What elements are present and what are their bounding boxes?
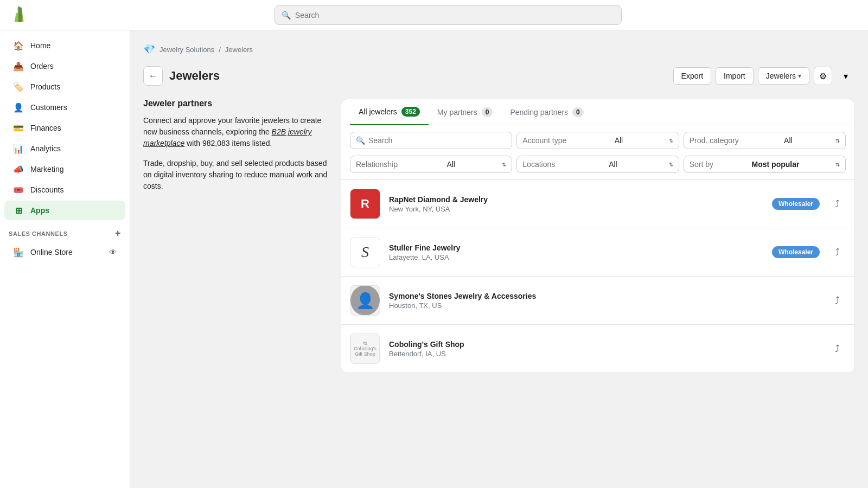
- main-content: 💎 Jewelry Solutions / Jewelers ← Jeweler…: [130, 30, 868, 488]
- jeweler-action-button[interactable]: ⤴: [828, 292, 846, 309]
- left-panel-paragraph1: Connect and approve your favorite jewele…: [143, 115, 328, 149]
- tab-all[interactable]: All jewelers 352: [350, 99, 429, 125]
- eye-icon: 👁: [109, 248, 117, 256]
- relationship-filter[interactable]: Relationship All ⇅: [350, 156, 512, 173]
- jeweler-action-button[interactable]: ⤴: [828, 243, 846, 261]
- jeweler-item[interactable]: S Stuller Fine Jewelry Lafayette, LA, US…: [341, 228, 854, 277]
- analytics-icon: 📊: [13, 143, 24, 154]
- sidebar-item-label: Home: [30, 41, 50, 50]
- sidebar-item-apps[interactable]: ⊞ Apps: [4, 201, 125, 220]
- discounts-icon: 🎟️: [13, 184, 24, 195]
- jeweler-location: New York, NY, USA: [389, 205, 763, 213]
- jeweler-item[interactable]: 👤 Symone's Stones Jewelry & Accessories …: [341, 277, 854, 325]
- sidebar-item-label: Finances: [30, 124, 61, 132]
- sidebar-item-label: Apps: [30, 206, 49, 215]
- tab-label: All jewelers: [359, 107, 397, 116]
- breadcrumb-parent[interactable]: Jewelry Solutions: [159, 46, 214, 54]
- sidebar-item-label: Analytics: [30, 144, 61, 153]
- sales-channels-section: SALES CHANNELS +: [0, 221, 130, 241]
- breadcrumb: 💎 Jewelry Solutions / Jewelers: [143, 43, 855, 55]
- tab-badge: 0: [482, 107, 493, 117]
- account-type-filter[interactable]: Account type All ⇅: [516, 132, 679, 149]
- jeweler-info: Coboling's Gift Shop Bettendorf, IA, US: [389, 340, 820, 358]
- import-button[interactable]: Import: [716, 67, 754, 85]
- jeweler-item[interactable]: 🛍Coboling's Gift Shop Coboling's Gift Sh…: [341, 325, 854, 373]
- jeweler-action-button[interactable]: ⤴: [828, 340, 846, 357]
- jeweler-logo: R: [350, 189, 380, 219]
- topbar-search-input[interactable]: [295, 11, 615, 20]
- jeweler-list: R RapNet Diamond & Jewelry New York, NY,…: [341, 179, 854, 373]
- sidebar: 🏠 Home 📥 Orders 🏷️ Products 👤 Customers …: [0, 30, 130, 488]
- breadcrumb-icon: 💎: [143, 43, 155, 55]
- tab-label: Pending partners: [510, 108, 568, 117]
- topbar-search-box[interactable]: 🔍: [275, 5, 622, 25]
- jeweler-logo: S: [350, 237, 380, 267]
- jeweler-item[interactable]: R RapNet Diamond & Jewelry New York, NY,…: [341, 180, 854, 228]
- breadcrumb-current: Jewelers: [225, 46, 253, 54]
- avatar-logo-icon: 👤: [350, 285, 380, 316]
- rapnet-logo-icon: R: [350, 189, 380, 219]
- export-button[interactable]: Export: [673, 67, 711, 85]
- products-icon: 🏷️: [13, 81, 24, 92]
- home-icon: 🏠: [13, 40, 24, 51]
- more-options-button[interactable]: ▾: [837, 67, 855, 85]
- relationship-label: Relationship: [356, 160, 398, 169]
- sort-by-filter[interactable]: Sort by Most popular ⇅: [684, 156, 846, 173]
- search-filter-icon: 🔍: [356, 136, 365, 145]
- jeweler-action-button[interactable]: ⤴: [828, 195, 846, 213]
- right-panel: All jewelers 352 My partners 0 Pending p…: [341, 99, 855, 373]
- sidebar-item-online-store[interactable]: 🏪 Online Store 👁: [4, 242, 125, 262]
- account-type-label: Account type: [522, 136, 566, 145]
- gear-icon: ⚙: [819, 71, 827, 81]
- topbar: 🔍: [0, 0, 868, 30]
- tab-pending[interactable]: Pending partners 0: [501, 99, 592, 125]
- page-header-actions: Export Import Jewelers ▾ ⚙ ▾: [673, 67, 855, 85]
- sidebar-item-orders[interactable]: 📥 Orders: [4, 56, 125, 76]
- search-filter[interactable]: 🔍: [350, 132, 512, 149]
- locations-value: All: [609, 160, 617, 169]
- customers-icon: 👤: [13, 102, 24, 113]
- chevron-down-icon: ▾: [798, 72, 801, 80]
- sidebar-item-discounts[interactable]: 🎟️ Discounts: [4, 180, 125, 200]
- stuller-logo-icon: S: [350, 237, 380, 267]
- sidebar-item-label: Discounts: [30, 185, 63, 194]
- back-button[interactable]: ←: [143, 66, 163, 86]
- tab-badge: 0: [572, 107, 584, 117]
- prod-category-arrow: ⇅: [835, 138, 840, 144]
- jeweler-logo: 🛍Coboling's Gift Shop: [350, 333, 380, 364]
- jeweler-info: Stuller Fine Jewelry Lafayette, LA, USA: [389, 243, 763, 261]
- tab-badge: 352: [401, 107, 420, 117]
- tab-label: My partners: [437, 108, 477, 117]
- settings-button[interactable]: ⚙: [814, 67, 832, 85]
- prod-category-filter[interactable]: Prod. category All ⇅: [684, 132, 846, 149]
- search-filter-input[interactable]: [368, 136, 506, 145]
- left-panel-heading: Jeweler partners: [143, 99, 328, 108]
- locations-filter[interactable]: Locations All ⇅: [516, 156, 679, 173]
- prod-category-value: All: [784, 136, 793, 145]
- jeweler-name: Symone's Stones Jewelry & Accessories: [389, 292, 820, 300]
- sidebar-item-products[interactable]: 🏷️ Products: [4, 77, 125, 97]
- jeweler-info: RapNet Diamond & Jewelry New York, NY, U…: [389, 195, 763, 213]
- sidebar-item-home[interactable]: 🏠 Home: [4, 36, 125, 55]
- search-icon: 🔍: [282, 11, 291, 20]
- account-type-value: All: [615, 136, 623, 145]
- jewelers-dropdown-button[interactable]: Jewelers ▾: [758, 67, 809, 85]
- add-sales-channel-button[interactable]: +: [115, 228, 121, 239]
- breadcrumb-separator: /: [219, 46, 221, 54]
- jeweler-location: Lafayette, LA, USA: [389, 253, 763, 261]
- tab-my[interactable]: My partners 0: [429, 99, 502, 125]
- locations-label: Locations: [522, 160, 555, 169]
- sidebar-item-finances[interactable]: 💳 Finances: [4, 118, 125, 138]
- left-panel: Jeweler partners Connect and approve you…: [143, 99, 328, 373]
- sidebar-item-analytics[interactable]: 📊 Analytics: [4, 139, 125, 158]
- sort-by-label: Sort by: [690, 160, 713, 169]
- relationship-arrow: ⇅: [502, 162, 506, 168]
- apps-icon: ⊞: [13, 205, 24, 216]
- account-type-arrow: ⇅: [669, 138, 673, 144]
- wholesaler-badge: Wholesaler: [772, 198, 820, 210]
- left-panel-paragraph2: Trade, dropship, buy, and sell selected …: [143, 158, 328, 192]
- sidebar-item-customers[interactable]: 👤 Customers: [4, 98, 125, 117]
- shopify-logo: [9, 5, 28, 25]
- filters-row1: 🔍 Account type All ⇅ Prod. category All …: [341, 125, 854, 156]
- sidebar-item-marketing[interactable]: 📣 Marketing: [4, 159, 125, 179]
